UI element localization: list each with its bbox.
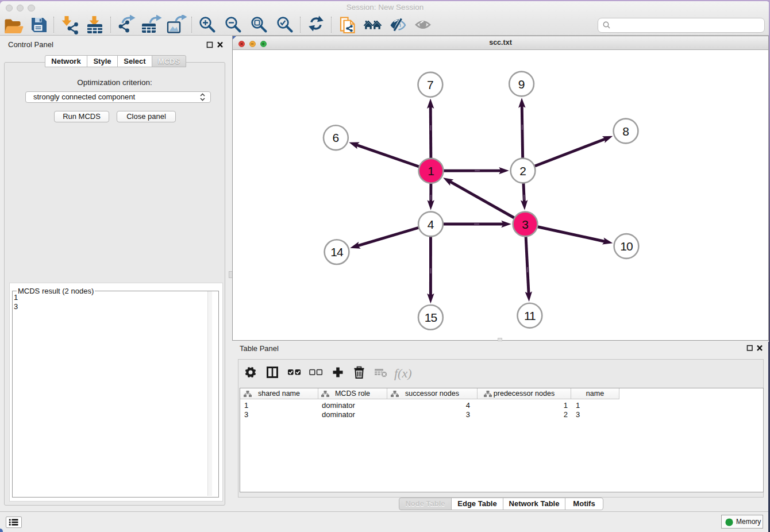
svg-text:10: 10 bbox=[620, 240, 633, 253]
svg-text:11: 11 bbox=[524, 309, 536, 322]
svg-text:3: 3 bbox=[522, 218, 529, 231]
svg-text:1: 1 bbox=[428, 164, 434, 178]
svg-text:2: 2 bbox=[519, 164, 526, 178]
svg-text:6: 6 bbox=[333, 131, 340, 144]
svg-text:4: 4 bbox=[428, 218, 434, 231]
svg-text:14: 14 bbox=[330, 245, 344, 259]
svg-text:7: 7 bbox=[427, 78, 434, 91]
svg-text:9: 9 bbox=[518, 78, 525, 91]
svg-text:f(x): f(x) bbox=[394, 366, 412, 380]
svg-text:15: 15 bbox=[425, 311, 437, 324]
svg-text:8: 8 bbox=[622, 125, 629, 138]
